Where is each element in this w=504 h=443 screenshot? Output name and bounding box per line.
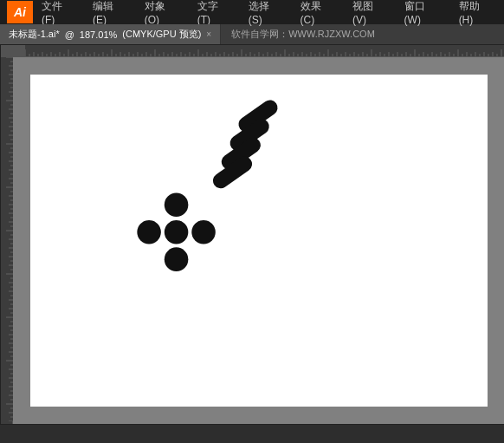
menu-object[interactable]: 对象(O)	[141, 0, 184, 28]
artwork	[13, 57, 504, 424]
tab-zoom: @	[65, 29, 74, 40]
tab-colormode: (CMYK/GPU 预览)	[122, 28, 201, 41]
svg-point-243	[165, 192, 189, 217]
ruler-and-canvas	[1, 57, 504, 424]
menu-edit[interactable]: 编辑(E)	[89, 0, 131, 28]
menu-file[interactable]: 文件(F)	[38, 0, 79, 28]
site-label: 软件自学网：WWW.RJZXW.COM	[231, 28, 375, 41]
menu-view[interactable]: 视图(V)	[349, 0, 391, 28]
menu-window[interactable]: 窗口(W)	[401, 0, 445, 28]
tab-close-button[interactable]: ×	[206, 29, 211, 39]
main-area: T T↗	[0, 45, 504, 424]
menu-type[interactable]: 文字(T)	[194, 0, 235, 28]
menu-select[interactable]: 选择(S)	[245, 0, 287, 28]
ruler-wrapper	[1, 45, 504, 424]
stripe-group	[210, 97, 281, 192]
svg-point-241	[137, 220, 161, 244]
svg-point-244	[165, 247, 189, 271]
tab-info-area: 软件自学网：WWW.RJZXW.COM	[221, 28, 504, 41]
dots-group	[137, 192, 216, 271]
menu-help[interactable]: 帮助(H)	[456, 0, 497, 28]
svg-point-242	[191, 220, 216, 244]
document-tab[interactable]: 未标题-1.ai* @ 187.01% (CMYK/GPU 预览) ×	[0, 24, 221, 44]
canvas-area[interactable]	[13, 57, 504, 424]
app-logo: Ai	[7, 1, 33, 23]
menu-effect[interactable]: 效果(C)	[297, 0, 339, 28]
tab-filename: 未标题-1.ai*	[9, 28, 60, 41]
horizontal-ruler	[25, 45, 504, 57]
status-bar	[0, 424, 504, 443]
svg-point-240	[165, 220, 189, 244]
menu-bar: 文件(F) 编辑(E) 对象(O) 文字(T) 选择(S) 效果(C) 视图(V…	[38, 0, 497, 28]
vertical-ruler	[1, 57, 13, 424]
title-bar: Ai 文件(F) 编辑(E) 对象(O) 文字(T) 选择(S) 效果(C) 视…	[0, 0, 504, 24]
tab-bar: 未标题-1.ai* @ 187.01% (CMYK/GPU 预览) × 软件自学…	[0, 24, 504, 45]
tab-zoomval: 187.01%	[80, 29, 117, 40]
